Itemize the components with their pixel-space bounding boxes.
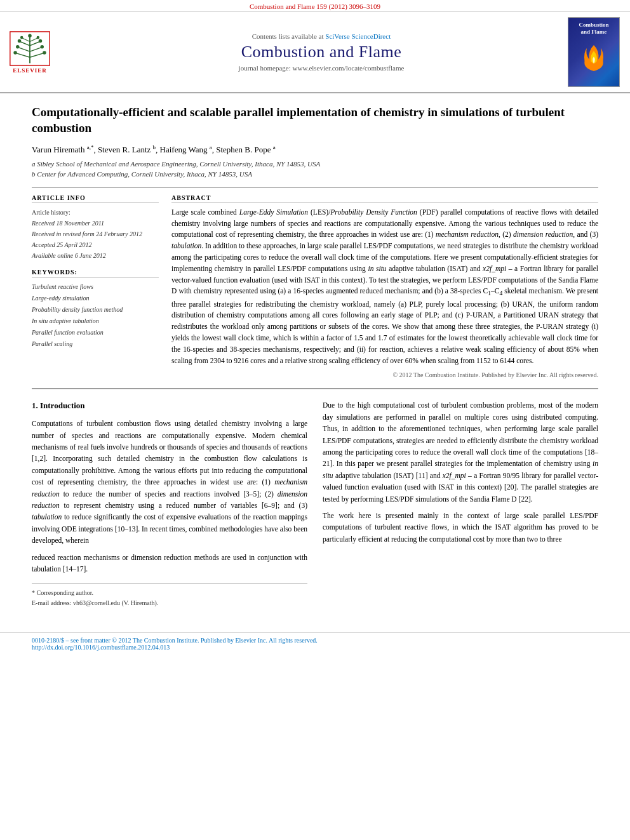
- svg-point-11: [13, 51, 17, 55]
- journal-header-center: Contents lists available at SciVerse Sci…: [84, 17, 559, 87]
- journal-title: Combustion and Flame: [241, 43, 402, 62]
- abstract-col: Abstract Large scale combined Large-Eddy…: [171, 194, 598, 379]
- citation-bar: Combustion and Flame 159 (2012) 3096–310…: [0, 0, 630, 12]
- section-title-text: Introduction: [40, 401, 85, 410]
- right-para-1: Due to the high computational cost of tu…: [323, 399, 598, 505]
- right-para-2: The work here is presented mainly in the…: [323, 510, 598, 545]
- article-info: Article info Article history: Received 1…: [32, 194, 159, 379]
- svg-point-17: [39, 39, 43, 43]
- authors: Varun Hiremath a,*, Steven R. Lantz b, H…: [32, 143, 598, 154]
- body-section: 1. Introduction Computations of turbulen…: [32, 399, 598, 608]
- homepage-line: journal homepage: www.elsevier.com/locat…: [239, 64, 405, 72]
- affiliation-a: a Sibley School of Mechanical and Aerosp…: [32, 159, 598, 170]
- body-divider: [32, 389, 598, 389]
- svg-point-15: [43, 51, 46, 55]
- section-number: 1.: [32, 401, 38, 410]
- abstract-text: Large scale combined Large-Eddy Simulati…: [171, 207, 598, 367]
- intro-para-continued: reduced reaction mechanisms or dimension…: [32, 552, 307, 575]
- article-history: Article history: Received 18 November 20…: [32, 207, 159, 261]
- accepted-date: Accepted 25 April 2012: [32, 239, 159, 250]
- elsevier-logo-section: ELSEVIER: [8, 17, 77, 87]
- journal-cover: Combustionand Flame: [568, 17, 620, 87]
- citation-text: Combustion and Flame 159 (2012) 3096–310…: [250, 3, 380, 10]
- body-left-col: 1. Introduction Computations of turbulen…: [32, 399, 307, 608]
- article-info-heading: Article info: [32, 194, 159, 203]
- affiliation-b: b Center for Advanced Computing, Cornell…: [32, 169, 598, 180]
- keyword-3: Probability density function method: [32, 304, 159, 316]
- svg-point-13: [18, 39, 22, 43]
- svg-point-16: [41, 45, 44, 49]
- paper-title: Computationally-efficient and scalable p…: [32, 105, 598, 136]
- cover-flame-icon: [581, 39, 607, 71]
- elsevier-tree-icon: [8, 31, 52, 66]
- email-label: E-mail address:: [32, 599, 71, 606]
- copyright-line: © 2012 The Combustion Institute. Publish…: [171, 371, 598, 378]
- elsevier-logo: ELSEVIER: [8, 31, 52, 74]
- paper-content: Computationally-efficient and scalable p…: [0, 93, 630, 620]
- email-value: vh63@cornell.edu (V. Hiremath).: [73, 599, 158, 606]
- keyword-5: Parallel function evaluation: [32, 327, 159, 338]
- abstract-heading: Abstract: [171, 194, 598, 203]
- corresponding-note: * Corresponding author.: [32, 588, 307, 598]
- info-abstract-section: Article info Article history: Received 1…: [32, 194, 598, 379]
- journal-header: ELSEVIER Contents lists available at Sci…: [0, 12, 630, 93]
- author-list: Varun Hiremath a,*, Steven R. Lantz b, H…: [32, 145, 276, 154]
- history-heading: Article history:: [32, 207, 159, 218]
- divider-1: [32, 187, 598, 188]
- footnote-section: * Corresponding author. E-mail address: …: [32, 583, 307, 608]
- available-date: Available online 6 June 2012: [32, 250, 159, 261]
- intro-para-1: Computations of turbulent combustion flo…: [32, 418, 307, 546]
- sciverse-link[interactable]: SciVerse ScienceDirect: [325, 32, 391, 40]
- sciverse-line: Contents lists available at SciVerse Sci…: [252, 32, 391, 40]
- elsevier-label: ELSEVIER: [13, 67, 47, 74]
- svg-point-19: [28, 34, 32, 37]
- journal-cover-section: Combustionand Flame: [565, 17, 622, 87]
- email-note: E-mail address: vh63@cornell.edu (V. Hir…: [32, 598, 307, 608]
- keywords-section: Keywords: Turbulent reactive flows Large…: [32, 269, 159, 350]
- keywords-heading: Keywords:: [32, 269, 159, 277]
- keyword-1: Turbulent reactive flows: [32, 281, 159, 293]
- received-date: Received 18 November 2011: [32, 218, 159, 229]
- keyword-6: Parallel scaling: [32, 338, 159, 350]
- bottom-bar: 0010-2180/$ – see front matter © 2012 Th…: [0, 632, 630, 655]
- keywords-list: Turbulent reactive flows Large-eddy simu…: [32, 281, 159, 350]
- affiliations: a Sibley School of Mechanical and Aerosp…: [32, 159, 598, 180]
- doi-line[interactable]: http://dx.doi.org/10.1016/j.combustflame…: [32, 644, 598, 651]
- svg-point-14: [20, 36, 23, 39]
- section-1-title: 1. Introduction: [32, 399, 307, 413]
- keyword-2: Large-eddy simulation: [32, 293, 159, 304]
- issn-line: 0010-2180/$ – see front matter © 2012 Th…: [32, 637, 598, 644]
- svg-point-12: [16, 45, 20, 49]
- svg-point-18: [37, 36, 40, 39]
- keyword-4: In situ adaptive tabulation: [32, 316, 159, 327]
- revised-date: Received in revised form 24 February 201…: [32, 229, 159, 239]
- cover-title: Combustionand Flame: [579, 22, 608, 36]
- body-right-col: Due to the high computational cost of tu…: [323, 399, 598, 608]
